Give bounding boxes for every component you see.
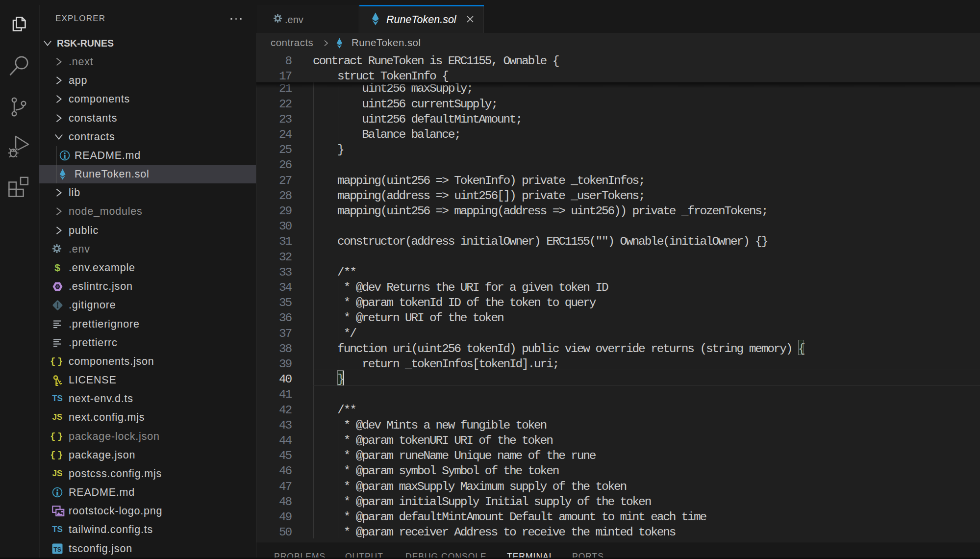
svg-text:TS: TS — [53, 546, 61, 553]
